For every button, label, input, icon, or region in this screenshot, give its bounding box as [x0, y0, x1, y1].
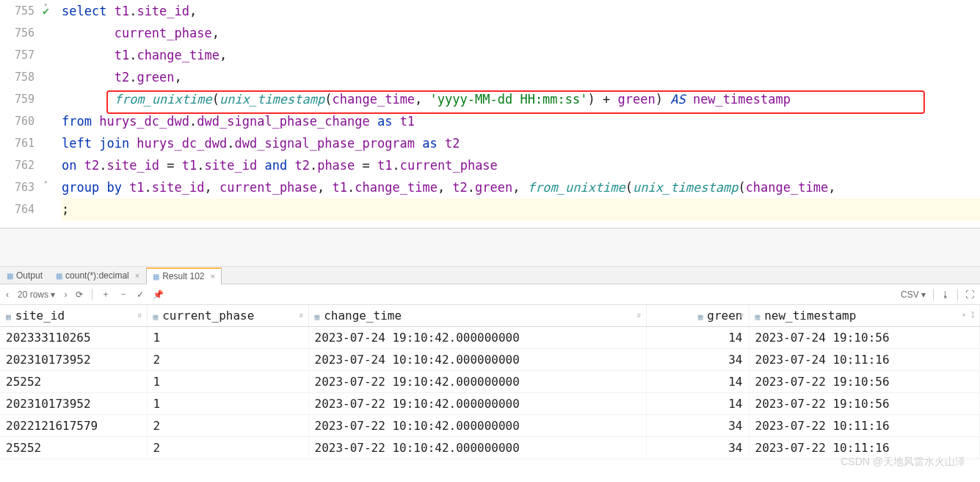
- code-line[interactable]: select t1.site_id,: [62, 0, 980, 22]
- code-area[interactable]: select t1.site_id, current_phase, t1.cha…: [59, 0, 980, 228]
- grid-icon: ▦: [153, 273, 159, 281]
- sort-indicator-icon[interactable]: ⇵: [137, 311, 142, 319]
- commit-button[interactable]: ✓: [137, 289, 144, 300]
- table-cell[interactable]: 1: [147, 371, 308, 393]
- table-cell[interactable]: 2023-07-24 10:10:42.000000000: [308, 349, 646, 371]
- table-cell[interactable]: 1: [147, 327, 308, 349]
- result-tab[interactable]: ▦Output: [0, 267, 49, 284]
- table-cell[interactable]: 2023-07-22 10:10:42.000000000: [308, 437, 646, 459]
- table-cell[interactable]: 14: [646, 393, 749, 415]
- table-cell[interactable]: 2023-07-24 19:10:56: [749, 327, 980, 349]
- table-cell[interactable]: 2023-07-22 19:10:42.000000000: [308, 371, 646, 393]
- column-icon: ▦: [698, 312, 703, 322]
- table-cell[interactable]: 34: [646, 415, 749, 437]
- toolbar-separator: [933, 289, 934, 301]
- table-cell[interactable]: 25252: [0, 437, 147, 459]
- column-label: green: [707, 309, 742, 323]
- code-line[interactable]: from_unixtime(unix_timestamp(change_time…: [62, 88, 980, 110]
- table-cell[interactable]: 202310173952: [0, 393, 147, 415]
- sort-indicator-icon[interactable]: ⇵: [299, 311, 303, 319]
- close-icon[interactable]: ×: [211, 272, 215, 281]
- result-grid-container[interactable]: ▦site_id⇵▦current_phase⇵▦change_time⇵▦gr…: [0, 305, 980, 482]
- code-editor[interactable]: 755✔756757758759760761762763764 ▾▴ selec…: [0, 0, 980, 228]
- add-row-button[interactable]: ＋: [101, 288, 110, 301]
- column-header[interactable]: ▦site_id⇵: [0, 305, 147, 327]
- code-line[interactable]: current_phase,: [62, 22, 980, 44]
- close-icon[interactable]: ×: [135, 271, 139, 280]
- table-cell[interactable]: 1: [147, 393, 308, 415]
- table-cell[interactable]: 14: [646, 327, 749, 349]
- column-header[interactable]: ▦green⇵: [646, 305, 749, 327]
- chevron-down-icon: ▾: [921, 289, 926, 300]
- export-label: CSV: [901, 289, 919, 300]
- table-cell[interactable]: 34: [646, 437, 749, 459]
- tab-label: Result 102: [162, 271, 204, 281]
- table-cell[interactable]: 2023-07-22 19:10:56: [749, 371, 980, 393]
- table-cell[interactable]: 2: [147, 349, 308, 371]
- sort-indicator-icon[interactable]: ⇵: [636, 311, 641, 319]
- column-label: change_time: [324, 309, 402, 323]
- grid-header-row: ▦site_id⇵▦current_phase⇵▦change_time⇵▦gr…: [0, 305, 980, 327]
- table-cell[interactable]: 2023-07-24 10:11:16: [749, 349, 980, 371]
- table-row[interactable]: 2525222023-07-22 10:10:42.00000000034202…: [0, 437, 980, 459]
- tab-label: Output: [16, 270, 43, 281]
- column-label: current_phase: [162, 309, 254, 323]
- toolbar-separator: [92, 289, 92, 301]
- remove-row-button[interactable]: －: [119, 288, 128, 301]
- table-cell[interactable]: 2023-07-22 10:10:42.000000000: [308, 415, 646, 437]
- sort-indicator-icon[interactable]: ▾ 1: [962, 311, 975, 319]
- result-tab[interactable]: ▦Result 102×: [146, 267, 222, 284]
- sort-indicator-icon[interactable]: ⇵: [739, 311, 744, 319]
- fold-toggle-icon[interactable]: ▴: [43, 176, 48, 186]
- column-header[interactable]: ▦new_timestamp▾ 1: [749, 305, 980, 327]
- refresh-button[interactable]: ⟳: [76, 289, 83, 300]
- result-tab[interactable]: ▦count(*):decimal×: [49, 267, 146, 284]
- table-cell[interactable]: 2022121617579: [0, 415, 147, 437]
- table-cell[interactable]: 2023-07-22 19:10:56: [749, 393, 980, 415]
- gutter-line: 758: [0, 66, 35, 88]
- fold-toggle-icon[interactable]: ▾: [43, 0, 48, 10]
- column-header[interactable]: ▦change_time⇵: [308, 305, 646, 327]
- result-grid[interactable]: ▦site_id⇵▦current_phase⇵▦change_time⇵▦gr…: [0, 305, 980, 459]
- gutter-line: 761: [0, 132, 35, 154]
- column-label: new_timestamp: [764, 309, 856, 323]
- table-cell[interactable]: 34: [646, 349, 749, 371]
- rows-dropdown[interactable]: 20 rows ▾: [18, 289, 55, 300]
- table-cell[interactable]: 2: [147, 415, 308, 437]
- prev-page-button[interactable]: ‹: [6, 289, 9, 300]
- code-line[interactable]: t1.change_time,: [62, 44, 980, 66]
- code-line[interactable]: from hurys_dc_dwd.dwd_signal_phase_chang…: [62, 110, 980, 132]
- gutter-line: 760: [0, 110, 35, 132]
- code-line[interactable]: on t2.site_id = t1.site_id and t2.phase …: [62, 154, 980, 176]
- table-cell[interactable]: 14: [646, 371, 749, 393]
- editor-gutter: 755✔756757758759760761762763764: [0, 0, 40, 228]
- table-row[interactable]: 202212161757922023-07-22 10:10:42.000000…: [0, 415, 980, 437]
- table-row[interactable]: 20231017395222023-07-24 10:10:42.0000000…: [0, 349, 980, 371]
- download-button[interactable]: ⭳: [941, 289, 950, 300]
- table-row[interactable]: 20233311026512023-07-24 19:10:42.0000000…: [0, 327, 980, 349]
- next-page-button[interactable]: ›: [64, 289, 67, 300]
- table-cell[interactable]: 2023-07-22 10:11:16: [749, 437, 980, 459]
- code-line[interactable]: left join hurys_dc_dwd.dwd_signal_phase_…: [62, 132, 980, 154]
- table-cell[interactable]: 2023-07-22 19:10:42.000000000: [308, 393, 646, 415]
- expand-button[interactable]: ⛶: [965, 289, 974, 300]
- table-cell[interactable]: 2023-07-24 19:10:42.000000000: [308, 327, 646, 349]
- result-tabs-bar: ▦Output▦count(*):decimal×▦Result 102×: [0, 267, 980, 284]
- table-cell[interactable]: 25252: [0, 371, 147, 393]
- table-cell[interactable]: 202310173952: [0, 349, 147, 371]
- toolbar-separator: [957, 289, 958, 301]
- table-row[interactable]: 2525212023-07-22 19:10:42.00000000014202…: [0, 371, 980, 393]
- table-cell[interactable]: 2023-07-22 10:11:16: [749, 415, 980, 437]
- table-cell[interactable]: 2: [147, 437, 308, 459]
- grid-icon: ▦: [7, 272, 13, 280]
- code-line[interactable]: ;: [62, 198, 980, 220]
- table-cell[interactable]: 202333110265: [0, 327, 147, 349]
- code-line[interactable]: group by t1.site_id, current_phase, t1.c…: [62, 176, 980, 198]
- code-line[interactable]: t2.green,: [62, 66, 980, 88]
- column-header[interactable]: ▦current_phase⇵: [147, 305, 308, 327]
- column-icon: ▦: [755, 312, 761, 322]
- rows-label: 20 rows: [18, 289, 48, 300]
- export-dropdown[interactable]: CSV ▾: [901, 289, 926, 300]
- table-row[interactable]: 20231017395212023-07-22 19:10:42.0000000…: [0, 393, 980, 415]
- pin-button[interactable]: 📌: [153, 289, 164, 300]
